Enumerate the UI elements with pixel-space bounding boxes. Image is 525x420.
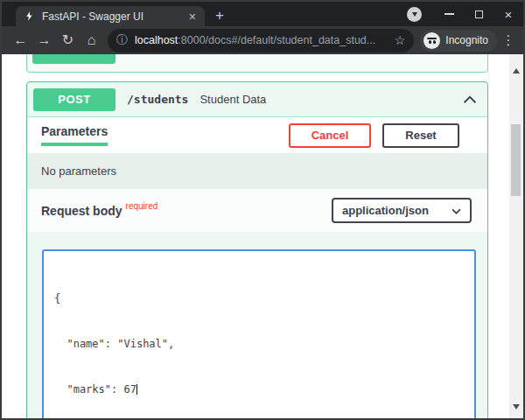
back-icon[interactable]: ←	[9, 33, 32, 47]
reset-button[interactable]: Reset	[382, 123, 459, 148]
minimize-icon	[444, 13, 454, 15]
previous-endpoint-fragment[interactable]	[26, 54, 488, 73]
maximize-icon	[475, 10, 483, 18]
window-controls: ×	[407, 2, 523, 26]
titlebar-profile-icon[interactable]	[407, 7, 422, 22]
request-body-header: Request body required application/json	[27, 189, 487, 232]
browser-tab[interactable]: FastAPI - Swagger UI ×	[16, 6, 205, 26]
url-text: localhost:8000/docs#/default/student_dat…	[135, 34, 375, 46]
url-host: localhost	[135, 34, 178, 46]
fastapi-favicon-icon	[23, 10, 36, 23]
browser-menu-icon[interactable]: ⋮	[500, 32, 516, 48]
request-body-title: Request body	[41, 204, 122, 218]
method-badge: POST	[33, 88, 116, 111]
browser-window: FastAPI - Swagger UI × + × ← → ↻ ⌂ ⓘ loc…	[0, 0, 525, 420]
window-minimize-button[interactable]	[434, 2, 464, 26]
required-label: required	[126, 201, 158, 211]
endpoint-summary[interactable]: POST /students Student Data	[27, 82, 487, 117]
tab-title: FastAPI - Swagger UI	[42, 10, 181, 23]
scrollbar-thumb[interactable]	[511, 124, 521, 196]
window-close-button[interactable]: ×	[494, 2, 523, 26]
bookmark-star-icon[interactable]: ☆	[388, 33, 406, 47]
scroll-down-arrow-icon[interactable]	[509, 401, 523, 413]
parameters-title: Parameters	[41, 124, 108, 146]
post-students-block: POST /students Student Data Parameters C…	[26, 81, 488, 418]
scroll-up-arrow-icon[interactable]	[509, 65, 523, 77]
new-tab-button[interactable]: +	[205, 8, 233, 26]
endpoint-description: Student Data	[200, 93, 266, 106]
reload-icon[interactable]: ↻	[56, 33, 80, 47]
select-chevron-down-icon	[452, 204, 461, 217]
browser-toolbar: ← → ↻ ⌂ ⓘ localhost:8000/docs#/default/s…	[2, 26, 523, 54]
no-parameters-text: No parameters	[27, 153, 487, 189]
incognito-label: Incognito	[445, 34, 488, 46]
header-buttons: Cancel Reset	[289, 123, 459, 148]
incognito-badge: Incognito	[420, 30, 497, 52]
tab-bar: FastAPI - Swagger UI × + ×	[2, 2, 523, 26]
media-type-value: application/json	[342, 204, 429, 217]
forward-icon[interactable]: →	[32, 33, 56, 47]
window-maximize-button[interactable]	[464, 2, 494, 26]
endpoint-path: /students	[127, 93, 188, 106]
editor-line: {	[54, 291, 464, 306]
chevron-down-icon	[412, 12, 417, 17]
parameters-header: Parameters Cancel Reset	[27, 117, 487, 153]
request-body-editor[interactable]: { "name": "Vishal", "marks": 67 }	[42, 249, 476, 418]
address-bar[interactable]: ⓘ localhost:8000/docs#/default/student_d…	[108, 29, 414, 52]
previous-method-badge	[32, 54, 116, 64]
incognito-icon	[424, 32, 440, 49]
editor-line: "name": "Vishal",	[54, 337, 464, 352]
collapse-chevron-up-icon[interactable]	[463, 95, 477, 104]
site-info-icon[interactable]: ⓘ	[116, 32, 128, 48]
media-type-select[interactable]: application/json	[332, 198, 472, 223]
home-icon[interactable]: ⌂	[80, 33, 103, 47]
swagger-page: POST /students Student Data Parameters C…	[2, 54, 523, 418]
text-cursor	[136, 384, 137, 395]
request-body-section: { "name": "Vishal", "marks": 67 }	[27, 232, 487, 418]
tab-close-icon[interactable]: ×	[187, 10, 198, 23]
editor-line: "marks": 67	[54, 382, 464, 397]
cancel-button[interactable]: Cancel	[289, 123, 371, 148]
page-scrollbar[interactable]	[509, 54, 523, 418]
url-path: :8000/docs#/default/student_data_stud...	[178, 34, 375, 46]
